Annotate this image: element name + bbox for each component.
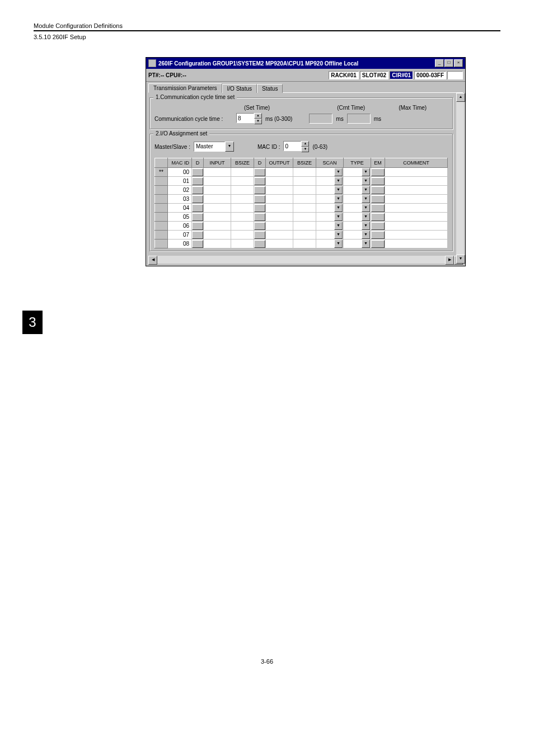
cell-output[interactable] <box>266 222 293 231</box>
row-selector[interactable] <box>155 204 168 213</box>
cell-bsize2[interactable] <box>293 195 316 204</box>
scroll-left-icon[interactable]: ◀ <box>148 256 157 265</box>
cell-em[interactable] <box>371 231 385 240</box>
cell-em[interactable] <box>371 195 385 204</box>
cell-d1[interactable] <box>192 240 204 248</box>
cell-d2[interactable] <box>254 168 266 177</box>
cell-d1[interactable] <box>192 222 204 231</box>
cell-d1[interactable] <box>192 195 204 204</box>
chevron-down-icon[interactable]: ▼ <box>334 195 343 203</box>
macid-value[interactable] <box>283 141 301 151</box>
cell-scan[interactable]: ▼ <box>316 222 344 231</box>
chevron-down-icon[interactable]: ▼ <box>362 186 370 194</box>
cell-scan[interactable]: ▼ <box>316 186 344 195</box>
cell-input[interactable] <box>204 195 231 204</box>
cell-em[interactable] <box>371 240 385 248</box>
cell-output[interactable] <box>266 240 293 248</box>
cell-bsize2[interactable] <box>293 240 316 248</box>
cell-comment[interactable] <box>385 222 448 231</box>
cell-input[interactable] <box>204 186 231 195</box>
cell-bsize1[interactable] <box>231 195 254 204</box>
cell-d1[interactable] <box>192 186 204 195</box>
cell-output[interactable] <box>266 195 293 204</box>
close-button[interactable]: × <box>454 59 463 67</box>
row-selector[interactable] <box>155 177 168 186</box>
row-selector[interactable] <box>155 240 168 248</box>
spin-up-icon[interactable]: ▲ <box>301 141 309 147</box>
cell-em[interactable] <box>371 168 385 177</box>
cell-bsize1[interactable] <box>231 213 254 222</box>
cell-comment[interactable] <box>385 213 448 222</box>
cell-em[interactable] <box>371 177 385 186</box>
cell-input[interactable] <box>204 231 231 240</box>
horizontal-scrollbar[interactable]: ◀ ▶ <box>148 256 463 264</box>
cell-scan[interactable]: ▼ <box>316 240 344 248</box>
cell-type[interactable]: ▼ <box>344 240 371 248</box>
cell-bsize2[interactable] <box>293 204 316 213</box>
chevron-down-icon[interactable]: ▼ <box>334 168 343 176</box>
cell-input[interactable] <box>204 177 231 186</box>
cell-bsize1[interactable] <box>231 231 254 240</box>
minimize-button[interactable]: _ <box>435 59 444 67</box>
cell-output[interactable] <box>266 177 293 186</box>
cell-bsize2[interactable] <box>293 177 316 186</box>
cell-comment[interactable] <box>385 177 448 186</box>
cell-type[interactable]: ▼ <box>344 213 371 222</box>
cell-output[interactable] <box>266 186 293 195</box>
cell-comment[interactable] <box>385 168 448 177</box>
cell-bsize1[interactable] <box>231 204 254 213</box>
row-selector[interactable] <box>155 231 168 240</box>
row-selector[interactable] <box>155 195 168 204</box>
chevron-down-icon[interactable]: ▼ <box>362 168 370 176</box>
chevron-down-icon[interactable]: ▼ <box>362 240 370 248</box>
cell-d1[interactable] <box>192 177 204 186</box>
row-selector[interactable] <box>155 213 168 222</box>
chevron-down-icon[interactable]: ▼ <box>334 186 343 194</box>
cell-em[interactable] <box>371 186 385 195</box>
cell-scan[interactable]: ▼ <box>316 168 344 177</box>
row-selector[interactable]: ** <box>155 168 168 177</box>
cell-comment[interactable] <box>385 231 448 240</box>
cell-scan[interactable]: ▼ <box>316 177 344 186</box>
set-time-value[interactable] <box>236 113 254 123</box>
cell-d2[interactable] <box>254 204 266 213</box>
chevron-down-icon[interactable]: ▼ <box>225 142 234 152</box>
row-selector[interactable] <box>155 186 168 195</box>
cell-output[interactable] <box>266 168 293 177</box>
chevron-down-icon[interactable]: ▼ <box>362 231 370 239</box>
cell-bsize1[interactable] <box>231 168 254 177</box>
cell-bsize1[interactable] <box>231 186 254 195</box>
cell-d2[interactable] <box>254 213 266 222</box>
cell-d2[interactable] <box>254 222 266 231</box>
spin-down-icon[interactable]: ▼ <box>254 119 262 124</box>
cell-em[interactable] <box>371 204 385 213</box>
cell-bsize2[interactable] <box>293 168 316 177</box>
cell-input[interactable] <box>204 222 231 231</box>
cell-d1[interactable] <box>192 204 204 213</box>
chevron-down-icon[interactable]: ▼ <box>334 204 343 212</box>
cell-bsize2[interactable] <box>293 213 316 222</box>
cell-d1[interactable] <box>192 231 204 240</box>
cell-type[interactable]: ▼ <box>344 231 371 240</box>
cell-bsize1[interactable] <box>231 177 254 186</box>
chevron-down-icon[interactable]: ▼ <box>334 240 343 248</box>
chevron-down-icon[interactable]: ▼ <box>334 177 343 185</box>
cell-output[interactable] <box>266 204 293 213</box>
maximize-button[interactable]: □ <box>444 59 453 67</box>
scroll-right-icon[interactable]: ▶ <box>445 256 454 265</box>
scroll-down-icon[interactable]: ▼ <box>456 255 465 264</box>
master-slave-select[interactable]: Master ▼ <box>194 142 234 152</box>
cell-comment[interactable] <box>385 195 448 204</box>
cell-comment[interactable] <box>385 186 448 195</box>
cell-d2[interactable] <box>254 195 266 204</box>
cell-d2[interactable] <box>254 177 266 186</box>
cell-output[interactable] <box>266 213 293 222</box>
cell-type[interactable]: ▼ <box>344 195 371 204</box>
cell-input[interactable] <box>204 168 231 177</box>
cell-d2[interactable] <box>254 240 266 248</box>
chevron-down-icon[interactable]: ▼ <box>362 195 370 203</box>
chevron-down-icon[interactable]: ▼ <box>334 222 343 230</box>
chevron-down-icon[interactable]: ▼ <box>362 222 370 230</box>
cell-type[interactable]: ▼ <box>344 168 371 177</box>
cell-bsize2[interactable] <box>293 231 316 240</box>
